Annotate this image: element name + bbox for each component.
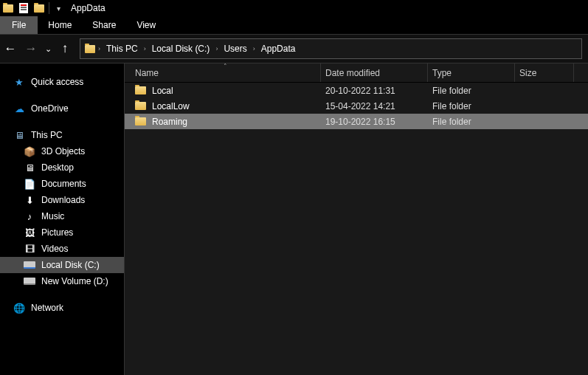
sidebar-item-label: 3D Objects xyxy=(41,146,85,156)
folder-icon xyxy=(135,102,146,110)
tab-view[interactable]: View xyxy=(126,16,166,34)
cloud-icon: ☁ xyxy=(13,103,25,114)
crumb-sep-icon[interactable]: › xyxy=(142,45,148,52)
file-type: File folder xyxy=(428,101,515,111)
file-row[interactable]: Roaming19-10-2022 16:15File folder xyxy=(125,114,588,129)
crumb-local-disk[interactable]: Local Disk (C:) xyxy=(149,44,213,54)
column-headers: Name ˄ Date modified Type Size xyxy=(125,63,588,83)
sort-indicator-icon: ˄ xyxy=(224,63,227,70)
crumb-sep-icon[interactable]: › xyxy=(252,45,257,52)
pc-icon: 🖥 xyxy=(13,129,25,141)
sidebar-item-label: Local Disk (C:) xyxy=(41,260,100,270)
sidebar-item-label: Music xyxy=(41,211,64,221)
crumb-appdata[interactable]: AppData xyxy=(258,44,299,54)
objects3d-icon: 📦 xyxy=(24,145,35,157)
sidebar-new-volume-d[interactable]: New Volume (D:) xyxy=(0,273,124,289)
qat-separator xyxy=(49,2,49,14)
nav-back-button[interactable]: ← xyxy=(0,41,21,56)
folder-icon xyxy=(135,86,146,94)
sidebar-documents[interactable]: 📄 Documents xyxy=(0,176,124,192)
app-icon xyxy=(3,4,13,13)
sidebar-item-label: Downloads xyxy=(41,195,85,205)
sidebar-item-label: Pictures xyxy=(41,227,73,238)
window-title: AppData xyxy=(65,3,106,13)
file-row[interactable]: Local20-10-2022 11:31File folder xyxy=(125,83,588,98)
file-date: 15-04-2022 14:21 xyxy=(321,101,428,111)
title-bar: ▾ AppData xyxy=(0,0,588,16)
file-name: LocalLow xyxy=(152,101,190,111)
file-row[interactable]: LocalLow15-04-2022 14:21File folder xyxy=(125,98,588,114)
sidebar-item-label: Documents xyxy=(41,179,86,189)
sidebar-music[interactable]: ♪ Music xyxy=(0,208,124,224)
file-date: 20-10-2022 11:31 xyxy=(321,86,428,96)
desktop-icon: 🖥 xyxy=(24,162,35,173)
qat-properties-icon[interactable] xyxy=(19,3,28,13)
network-icon: 🌐 xyxy=(13,302,25,314)
sidebar-videos[interactable]: 🎞 Videos xyxy=(0,241,124,257)
file-date: 19-10-2022 16:15 xyxy=(321,117,428,127)
column-size[interactable]: Size xyxy=(515,63,574,82)
music-icon: ♪ xyxy=(24,210,35,222)
documents-icon: 📄 xyxy=(24,178,35,190)
sidebar-item-label: Videos xyxy=(41,244,68,254)
address-folder-icon xyxy=(85,45,95,53)
sidebar-item-label: New Volume (D:) xyxy=(41,276,108,286)
sidebar-item-label: OneDrive xyxy=(31,103,69,114)
tab-file[interactable]: File xyxy=(0,16,38,34)
navigation-pane: ★ Quick access ☁ OneDrive 🖥 This PC 📦 3D… xyxy=(0,63,124,375)
crumb-sep-icon[interactable]: › xyxy=(97,45,102,52)
column-label: Name xyxy=(135,68,159,78)
sidebar-downloads[interactable]: ⬇ Downloads xyxy=(0,192,124,208)
star-icon: ★ xyxy=(13,76,25,88)
crumb-users[interactable]: Users xyxy=(221,44,249,54)
address-bar[interactable]: › This PC › Local Disk (C:) › Users › Ap… xyxy=(80,38,582,59)
sidebar-desktop[interactable]: 🖥 Desktop xyxy=(0,159,124,176)
tab-share[interactable]: Share xyxy=(82,16,126,34)
sidebar-quick-access[interactable]: ★ Quick access xyxy=(0,74,124,90)
column-date[interactable]: Date modified xyxy=(321,63,428,82)
sidebar-item-label: This PC xyxy=(31,130,63,140)
qat-customize-chevron[interactable]: ▾ xyxy=(54,4,63,13)
nav-up-button[interactable]: ↑ xyxy=(55,41,75,56)
sidebar-onedrive[interactable]: ☁ OneDrive xyxy=(0,100,124,117)
sidebar-item-label: Quick access xyxy=(31,77,83,87)
sidebar-item-label: Network xyxy=(31,303,63,313)
sidebar-local-disk-c[interactable]: Local Disk (C:) xyxy=(0,257,124,273)
folder-icon xyxy=(135,117,146,125)
pictures-icon: 🖼 xyxy=(24,227,35,238)
sidebar-3d-objects[interactable]: 📦 3D Objects xyxy=(0,143,124,159)
tab-home[interactable]: Home xyxy=(38,16,82,34)
drive-icon xyxy=(24,278,35,285)
crumb-this-pc[interactable]: This PC xyxy=(103,44,141,54)
nav-forward-button[interactable]: → xyxy=(21,41,41,56)
nav-recent-chevron[interactable]: ⌄ xyxy=(41,44,55,54)
crumb-sep-icon[interactable]: › xyxy=(214,45,219,52)
file-name: Local xyxy=(152,86,173,96)
file-type: File folder xyxy=(428,86,515,96)
file-type: File folder xyxy=(428,117,515,127)
qat-newfolder-icon[interactable] xyxy=(34,4,44,13)
file-list-pane: Name ˄ Date modified Type Size Local20-1… xyxy=(124,63,588,375)
downloads-icon: ⬇ xyxy=(24,194,35,206)
sidebar-network[interactable]: 🌐 Network xyxy=(0,300,124,316)
sidebar-item-label: Desktop xyxy=(41,162,74,173)
nav-bar: ← → ⌄ ↑ › This PC › Local Disk (C:) › Us… xyxy=(0,34,588,63)
file-name: Roaming xyxy=(152,117,187,127)
column-name[interactable]: Name ˄ xyxy=(131,63,321,82)
sidebar-this-pc[interactable]: 🖥 This PC xyxy=(0,127,124,143)
videos-icon: 🎞 xyxy=(24,243,35,255)
ribbon-tabs: File Home Share View xyxy=(0,16,588,34)
column-type[interactable]: Type xyxy=(428,63,515,82)
drive-icon xyxy=(24,261,35,269)
sidebar-pictures[interactable]: 🖼 Pictures xyxy=(0,224,124,241)
